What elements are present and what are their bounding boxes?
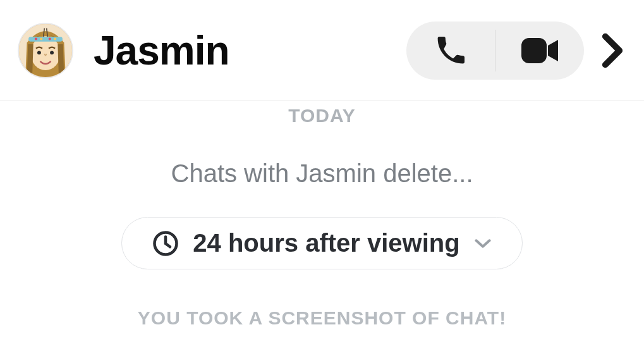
chevron-right-icon [602, 33, 623, 68]
chat-content: TODAY Chats with Jasmin delete... 24 hou… [0, 101, 644, 329]
day-separator: TODAY [0, 105, 644, 126]
chevron-down-icon [474, 238, 492, 249]
svg-point-3 [35, 37, 37, 40]
retention-label: 24 hours after viewing [193, 229, 459, 257]
retention-setting-button[interactable]: 24 hours after viewing [121, 217, 522, 269]
video-icon [521, 38, 558, 63]
profile-details-button[interactable] [593, 33, 631, 68]
phone-icon [435, 35, 466, 66]
avatar-bitmoji [19, 24, 72, 77]
svg-point-5 [49, 37, 51, 40]
chat-header: Jasmin [0, 0, 644, 101]
clock-icon [152, 230, 179, 257]
screenshot-notice: YOU TOOK A SCREENSHOT OF CHAT! [0, 307, 644, 329]
contact-avatar[interactable] [18, 23, 73, 78]
svg-rect-9 [521, 38, 547, 63]
audio-call-button[interactable] [406, 22, 495, 80]
svg-point-6 [54, 37, 56, 40]
svg-point-4 [40, 37, 42, 40]
delete-info-text: Chats with Jasmin delete... [0, 159, 644, 188]
call-buttons [406, 22, 584, 80]
svg-point-7 [37, 51, 41, 54]
contact-name[interactable]: Jasmin [94, 27, 406, 74]
video-call-button[interactable] [495, 22, 584, 80]
svg-rect-2 [28, 37, 63, 42]
svg-point-8 [50, 51, 54, 54]
